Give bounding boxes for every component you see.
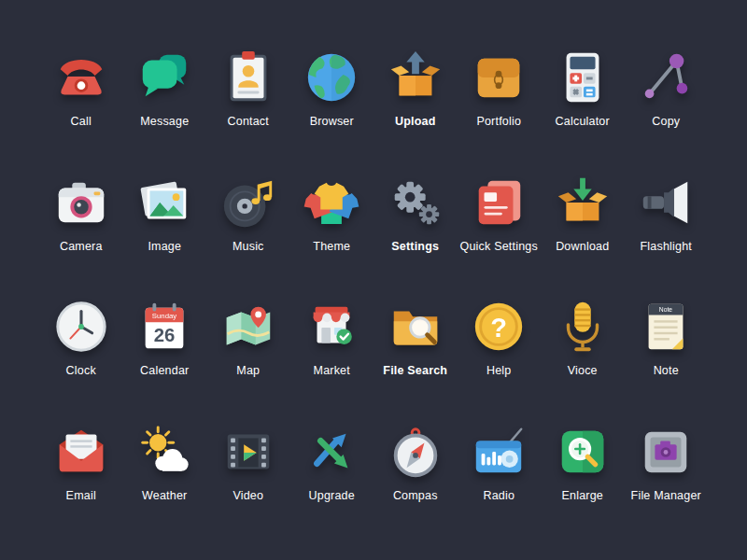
app-icon-enlarge[interactable]: Enlarge	[541, 400, 625, 525]
flashlight-icon	[637, 174, 695, 231]
app-label: Vioce	[568, 364, 598, 377]
app-label: Email	[66, 489, 96, 502]
upload-box-icon	[387, 49, 444, 106]
app-icon-upload[interactable]: Upload	[374, 26, 458, 151]
magnifier-square-icon	[554, 423, 612, 481]
app-label: Download	[556, 240, 609, 253]
app-icon-vioce[interactable]: Vioce	[541, 275, 625, 400]
app-label: Map	[236, 364, 260, 377]
app-label: Flashlight	[641, 240, 693, 253]
app-icon-video[interactable]: Video	[206, 400, 290, 525]
film-strip-icon	[219, 423, 277, 481]
app-icon-weather[interactable]: Weather	[123, 400, 207, 525]
app-label: Call	[71, 115, 92, 128]
app-label: Calculator	[556, 115, 610, 128]
app-label: Settings	[391, 240, 439, 253]
clipboard-contact-icon	[219, 49, 277, 106]
svg-text:Note: Note	[659, 306, 673, 313]
app-icon-email[interactable]: Email	[39, 400, 123, 525]
app-label: Copy	[652, 115, 680, 128]
calculator-icon	[554, 49, 612, 106]
app-icon-copy[interactable]: Copy	[625, 26, 709, 151]
storefront-icon	[303, 298, 360, 356]
globe-icon	[303, 49, 360, 106]
app-icon-radio[interactable]: Radio	[458, 400, 542, 525]
svg-text:?: ?	[490, 313, 507, 343]
app-icon-portfolio[interactable]: Portfolio	[458, 26, 542, 151]
app-label: Image	[148, 240, 181, 253]
app-label: Upgrade	[309, 489, 355, 502]
chat-bubbles-icon	[135, 49, 193, 106]
app-icon-compas[interactable]: Compas	[374, 400, 458, 525]
share-nodes-icon	[637, 49, 695, 106]
app-label: Clock	[66, 364, 96, 377]
app-icon-map[interactable]: Map	[206, 275, 290, 400]
svg-text:Sunday: Sunday	[152, 313, 176, 321]
app-icon-help[interactable]: ? Help	[458, 275, 542, 400]
app-label: Radio	[483, 489, 514, 502]
compass-icon	[387, 423, 444, 481]
app-icon-upgrade[interactable]: Upgrade	[290, 400, 374, 525]
notepad-icon: Note	[637, 298, 695, 356]
app-label: Theme	[313, 240, 350, 253]
app-label: Calendar	[140, 364, 189, 377]
app-icon-call[interactable]: Call	[39, 26, 123, 151]
app-icon-file-manager[interactable]: File Manager	[625, 400, 709, 525]
settings-card-icon	[470, 174, 528, 231]
app-icon-contact[interactable]: Contact	[206, 26, 290, 151]
app-icon-calendar[interactable]: Sunday 26 Calendar	[123, 275, 207, 400]
portfolio-icon	[470, 49, 528, 106]
question-circle-icon: ?	[470, 298, 528, 356]
camera-folder-icon	[637, 423, 695, 481]
gears-icon	[387, 174, 444, 231]
app-label: Weather	[142, 489, 187, 502]
app-label: Portfolio	[476, 115, 521, 128]
app-label: Contact	[228, 115, 269, 128]
camera-icon	[52, 174, 110, 231]
icon-grid: Call Message Contact	[0, 0, 747, 560]
app-icon-file-search[interactable]: File Search	[374, 275, 458, 400]
app-label: Camera	[60, 240, 103, 253]
app-label: File Search	[383, 364, 447, 377]
radio-icon	[470, 423, 528, 481]
clock-icon	[52, 298, 110, 356]
app-icon-theme[interactable]: Theme	[290, 151, 374, 276]
app-label: Compas	[393, 489, 438, 502]
app-label: Upload	[395, 115, 436, 128]
map-pin-icon	[219, 298, 277, 356]
app-icon-music[interactable]: Music	[206, 151, 290, 276]
app-icon-clock[interactable]: Clock	[39, 275, 123, 400]
app-icon-market[interactable]: Market	[290, 275, 374, 400]
app-icon-calculator[interactable]: Calculator	[541, 26, 625, 151]
app-icon-settings[interactable]: Settings	[374, 151, 458, 276]
app-label: Video	[233, 489, 263, 502]
app-label: Message	[140, 115, 189, 128]
phone-icon	[52, 49, 110, 106]
folder-search-icon	[387, 298, 444, 356]
app-label: Music	[233, 240, 264, 253]
app-label: Help	[486, 364, 512, 377]
app-label: Note	[654, 364, 679, 377]
app-icon-browser[interactable]: Browser	[290, 26, 374, 151]
vinyl-note-icon	[219, 174, 277, 231]
crossed-arrows-icon	[303, 423, 360, 481]
tshirts-icon	[303, 174, 360, 231]
app-icon-note[interactable]: Note Note	[625, 275, 709, 400]
microphone-icon	[554, 298, 612, 356]
envelope-icon	[52, 423, 110, 481]
app-label: Browser	[310, 115, 354, 128]
app-label: Enlarge	[562, 489, 604, 502]
app-icon-quick-settings[interactable]: Quick Settings	[458, 151, 542, 276]
app-icon-image[interactable]: Image	[123, 151, 207, 276]
photos-icon	[135, 174, 193, 231]
svg-text:26: 26	[154, 326, 176, 346]
app-icon-download[interactable]: Download	[541, 151, 625, 276]
app-label: Quick Settings	[460, 240, 538, 253]
app-icon-flashlight[interactable]: Flashlight	[625, 151, 709, 276]
app-label: File Manager	[631, 489, 701, 502]
download-box-icon	[554, 174, 612, 231]
sun-cloud-icon	[135, 423, 193, 481]
app-label: Market	[314, 364, 350, 377]
app-icon-message[interactable]: Message	[123, 26, 207, 151]
app-icon-camera[interactable]: Camera	[39, 151, 123, 276]
